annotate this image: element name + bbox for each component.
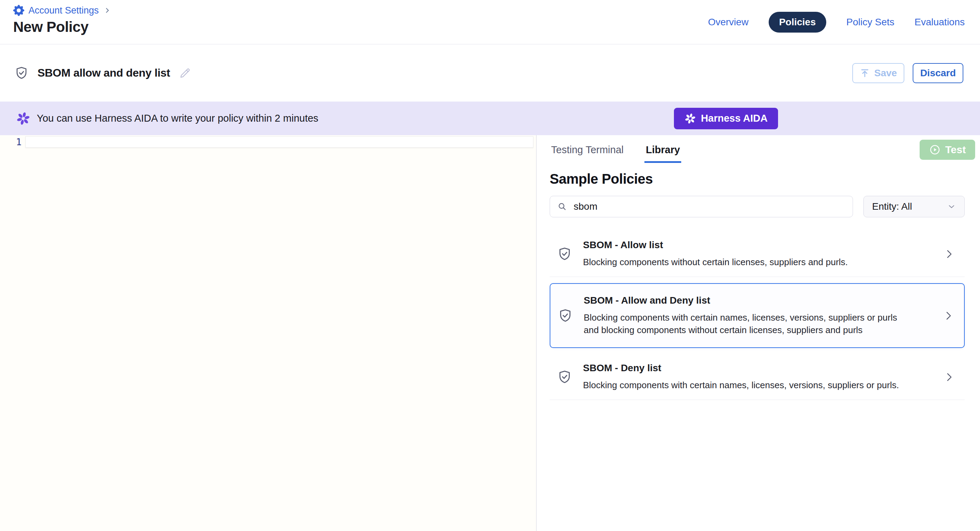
search-box[interactable] [550, 196, 853, 217]
tab-testing-terminal[interactable]: Testing Terminal [550, 144, 625, 163]
discard-button[interactable]: Discard [913, 63, 963, 83]
policy-card-description: Blocking components with certain names, … [583, 379, 909, 392]
entity-filter-dropdown[interactable]: Entity: All [864, 196, 965, 217]
nav-evaluations[interactable]: Evaluations [915, 17, 965, 28]
policy-actions: Save Discard [852, 63, 963, 83]
breadcrumb-label[interactable]: Account Settings [29, 5, 99, 16]
page-header: Account Settings New Policy Overview Pol… [0, 0, 980, 44]
shield-check-icon [557, 246, 573, 262]
aida-banner-message: You can use Harness AIDA to write your p… [37, 113, 318, 124]
policy-card-title: SBOM - Deny list [583, 363, 933, 374]
header-left: Account Settings New Policy [13, 0, 111, 44]
page-title: New Policy [13, 19, 111, 35]
nav-policies[interactable]: Policies [768, 12, 826, 33]
aida-banner: You can use Harness AIDA to write your p… [0, 101, 980, 135]
policy-card-list: SBOM - Allow list Blocking components wi… [550, 231, 965, 400]
policy-card-sbom-deny-list[interactable]: SBOM - Deny list Blocking components wit… [550, 354, 965, 400]
policy-card-sbom-allow-and-deny-list[interactable]: SBOM - Allow and Deny list Blocking comp… [550, 283, 965, 348]
harness-aida-button[interactable]: Harness AIDA [674, 108, 778, 129]
play-circle-icon [929, 144, 941, 155]
chevron-right-icon [943, 248, 955, 260]
policy-card-description: Blocking components without certain lice… [583, 256, 909, 268]
nav-policy-sets[interactable]: Policy Sets [846, 17, 895, 28]
save-button[interactable]: Save [852, 63, 904, 83]
breadcrumb-chevron-icon [104, 7, 111, 14]
chevron-right-icon [943, 371, 955, 383]
upload-icon [859, 68, 870, 78]
chevron-right-icon [942, 310, 954, 322]
tab-library[interactable]: Library [644, 144, 681, 163]
library-panel: Testing Terminal Library Test Sample Pol… [536, 135, 980, 531]
shield-check-icon [557, 308, 573, 324]
editor-line-number: 1 [16, 136, 22, 147]
policy-card-title: SBOM - Allow and Deny list [584, 295, 932, 306]
discard-label: Discard [920, 68, 956, 79]
breadcrumb[interactable]: Account Settings [13, 5, 111, 16]
top-nav: Overview Policies Policy Sets Evaluation… [708, 0, 965, 44]
editor-current-line[interactable] [25, 136, 533, 147]
policy-card-body: SBOM - Deny list Blocking components wit… [583, 363, 933, 392]
sample-policies-heading: Sample Policies [550, 171, 965, 187]
save-label: Save [874, 68, 897, 79]
shield-check-icon [14, 65, 29, 81]
entity-filter-value: Entity: All [872, 201, 912, 212]
pencil-icon[interactable] [178, 67, 192, 80]
search-input[interactable] [573, 201, 846, 212]
policy-card-body: SBOM - Allow list Blocking components wi… [583, 239, 933, 268]
main-area: 1 Testing Terminal Library Test Sample P… [0, 135, 980, 531]
policy-card-sbom-allow-list[interactable]: SBOM - Allow list Blocking components wi… [550, 231, 965, 277]
policy-card-body: SBOM - Allow and Deny list Blocking comp… [584, 295, 932, 336]
test-button-label: Test [945, 144, 966, 155]
shield-check-icon [557, 369, 573, 385]
policy-card-title: SBOM - Allow list [583, 239, 933, 250]
aida-sparkle-icon [684, 113, 696, 124]
code-editor[interactable]: 1 [0, 135, 536, 531]
chevron-down-icon [947, 202, 956, 211]
search-row: Entity: All [550, 196, 965, 217]
gear-icon [13, 5, 24, 16]
panel-tabs: Testing Terminal Library [550, 144, 965, 163]
policy-title-row: SBOM allow and deny list Save Discard [0, 44, 980, 101]
search-icon [557, 201, 567, 212]
aida-sparkle-icon [16, 111, 30, 126]
test-button[interactable]: Test [920, 139, 975, 160]
aida-button-label: Harness AIDA [701, 113, 768, 124]
policy-title-group: SBOM allow and deny list [14, 65, 192, 81]
policy-name: SBOM allow and deny list [38, 67, 170, 79]
nav-overview[interactable]: Overview [708, 17, 749, 28]
policy-card-description: Blocking components with certain names, … [584, 311, 910, 336]
